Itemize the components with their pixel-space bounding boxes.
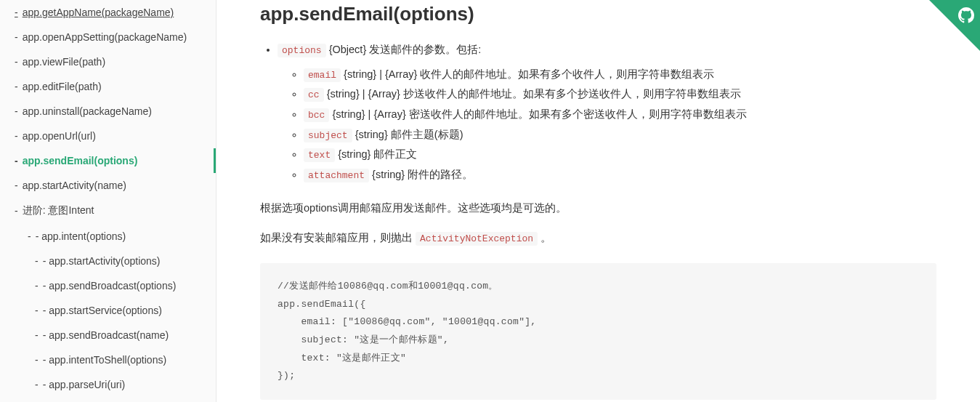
sidebar-item-label: - app.intent(options) [36,230,126,242]
sidebar-item-label: - app.startActivity(options) [43,255,161,267]
sidebar-dash: - [35,329,39,341]
param-text: {string} | {Array} 收件人的邮件地址。如果有多个收件人，则用字… [341,68,714,80]
para2-suffix: 。 [538,232,551,244]
sidebar-item-6[interactable]: -app.sendEmail(options) [0,148,216,173]
code-options: options [278,44,326,57]
param-text: {string} 附件的路径。 [369,169,473,180]
sidebar-item-1[interactable]: -app.openAppSetting(packageName) [0,25,216,49]
paragraph-desc: 根据选项options调用邮箱应用发送邮件。这些选项均是可选的。 [260,198,936,219]
sidebar-item-label: app.openAppSetting(packageName) [23,31,187,43]
sidebar-dash: - [15,105,18,117]
sidebar-item-label: 进阶: 意图Intent [23,204,94,217]
main-content: app.sendEmail(options) options {Object} … [216,0,980,402]
sidebar-dash: - [15,155,18,166]
sidebar-item-4[interactable]: -app.uninstall(packageName) [0,99,216,124]
sidebar-item-label: - app.parseUri(uri) [43,379,126,390]
params-list: options {Object} 发送邮件的参数。包括: email {stri… [260,40,936,185]
param-options: options {Object} 发送邮件的参数。包括: email {stri… [278,40,936,185]
page-title: app.sendEmail(options) [260,3,936,25]
sidebar-dash: - [15,7,18,18]
sidebar-dash: - [35,255,39,267]
param-item-3: subject {string} 邮件主题(标题) [304,125,936,145]
sidebar-item-label: - app.sendBroadcast(name) [43,329,169,341]
sidebar-item-11[interactable]: -- app.sendBroadcast(options) [0,273,216,298]
param-text: {string} | {Array} 抄送收件人的邮件地址。如果有多个抄送收件人… [324,88,741,100]
sidebar-dash: - [35,354,39,366]
sidebar-item-7[interactable]: -app.startActivity(name) [0,173,216,198]
params-inner-list: email {string} | {Array} 收件人的邮件地址。如果有多个收… [278,65,936,185]
param-code: text [304,148,335,162]
param-text: {string} 邮件主题(标题) [352,129,463,140]
sidebar-dash: - [15,81,18,92]
param-text: {string} 邮件正文 [335,148,417,160]
param-item-5: attachment {string} 附件的路径。 [304,165,936,185]
sidebar-dash: - [35,379,39,390]
code-example: //发送邮件给10086@qq.com和10001@qq.com。 app.se… [260,263,936,400]
sidebar-item-14[interactable]: -- app.intentToShell(options) [0,347,216,372]
code-exception: ActivityNotException [416,232,538,246]
param-item-2: bcc {string} | {Array} 密送收件人的邮件地址。如果有多个密… [304,105,936,125]
param-item-4: text {string} 邮件正文 [304,145,936,165]
para2-prefix: 如果没有安装邮箱应用，则抛出 [260,232,416,244]
paragraph-exception: 如果没有安装邮箱应用，则抛出 ActivityNotException 。 [260,228,936,249]
sidebar-item-13[interactable]: -- app.sendBroadcast(name) [0,323,216,347]
sidebar-item-5[interactable]: -app.openUrl(url) [0,124,216,148]
sidebar-item-3[interactable]: -app.editFile(path) [0,74,216,99]
param-item-1: cc {string} | {Array} 抄送收件人的邮件地址。如果有多个抄送… [304,84,936,105]
sidebar-item-label: - app.sendBroadcast(options) [43,280,177,292]
sidebar-item-0[interactable]: -app.getAppName(packageName) [0,0,216,25]
sidebar-item-label: app.getAppName(packageName) [23,7,174,18]
sidebar-item-label: - app.intentToShell(options) [43,354,166,366]
sidebar-item-10[interactable]: -- app.startActivity(options) [0,249,216,273]
sidebar-item-label: app.startActivity(name) [23,180,126,191]
sidebar-item-15[interactable]: -- app.parseUri(uri) [0,372,216,397]
sidebar-item-label: app.sendEmail(options) [23,155,138,166]
sidebar-item-12[interactable]: -- app.startService(options) [0,298,216,323]
sidebar-item-label: app.viewFile(path) [23,56,105,68]
param-text: {string} | {Array} 密送收件人的邮件地址。如果有多个密送收件人… [329,108,746,120]
param-code: email [304,68,341,82]
sidebar-item-9[interactable]: -- app.intent(options) [0,224,216,249]
sidebar-dash: - [35,280,39,292]
sidebar-item-label: app.openUrl(url) [23,130,96,142]
param-code: cc [304,88,324,102]
param-code: bcc [304,108,329,122]
sidebar-item-label: app.uninstall(packageName) [23,105,152,117]
sidebar-dash: - [15,130,18,142]
sidebar-dash: - [35,305,39,316]
sidebar-dash: - [28,230,31,242]
sidebar: -app.getAppName(packageName)-app.openApp… [0,0,216,402]
param-code: attachment [304,169,369,182]
sidebar-dash: - [15,56,18,68]
param-item-0: email {string} | {Array} 收件人的邮件地址。如果有多个收… [304,65,936,85]
sidebar-dash: - [15,31,18,43]
github-icon[interactable] [958,7,974,27]
text-options: {Object} 发送邮件的参数。包括: [326,44,482,55]
param-code: subject [304,129,352,142]
sidebar-dash: - [15,180,18,191]
sidebar-dash: - [15,205,18,217]
sidebar-item-label: app.editFile(path) [23,81,102,92]
sidebar-item-2[interactable]: -app.viewFile(path) [0,49,216,74]
sidebar-item-8[interactable]: -进阶: 意图Intent [0,198,216,224]
sidebar-item-label: - app.startService(options) [43,305,162,316]
